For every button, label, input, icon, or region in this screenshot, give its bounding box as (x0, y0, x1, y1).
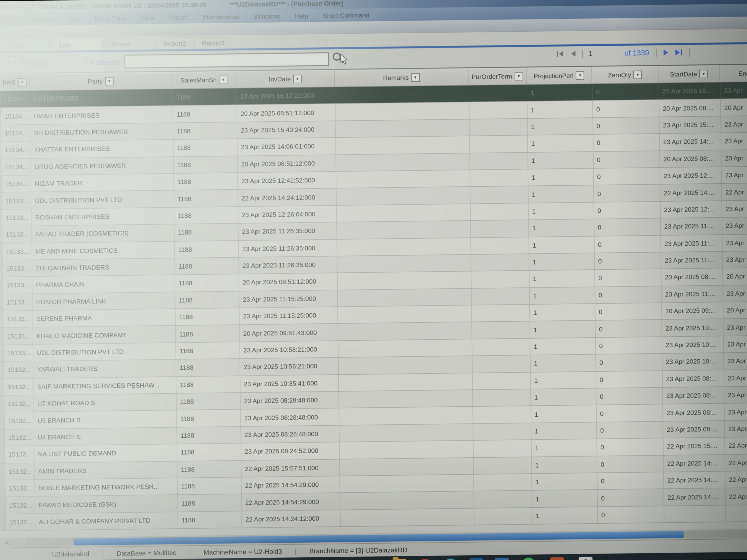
row-selector-gutter[interactable] (0, 413, 5, 429)
menu-basic-data[interactable]: Basic Data (94, 13, 127, 23)
cell-startdate: 23 Apr 2025 08:... (663, 421, 725, 438)
row-selector-gutter[interactable] (0, 379, 4, 395)
tab-list[interactable]: List (52, 38, 103, 51)
last-record-button[interactable] (674, 48, 684, 56)
cell-salesman: 1188 (173, 88, 237, 106)
taskbar-icon-calculator[interactable] (495, 558, 509, 560)
cell-salesman: 1188 (173, 105, 237, 122)
column-header-purorderterm[interactable]: PurOrderTerm▾ (468, 68, 526, 85)
menu-windows[interactable]: Windows (253, 11, 281, 21)
cell-invdate: 22 Apr 2025 14:24:12:000 (242, 510, 341, 528)
row-selector-gutter[interactable] (0, 463, 5, 480)
cell-startdate: 23 Apr 2025 11:... (661, 251, 723, 269)
menu-purchase[interactable]: Purchase (24, 14, 53, 24)
filter-dropdown-icon[interactable]: ▾ (219, 75, 227, 84)
cell-invsno: 15133... (3, 294, 33, 311)
cell-remarks (339, 390, 473, 408)
filter-dropdown-icon[interactable]: ▾ (411, 73, 419, 81)
row-selector-gutter[interactable] (0, 362, 4, 378)
row-selector-gutter[interactable] (0, 311, 3, 328)
cell-invdate: 23 Apr 2025 11:26:35:000 (239, 239, 337, 257)
column-header-party[interactable]: Party▾ (29, 72, 172, 90)
cell-party: SERENE PHARMA (33, 309, 176, 327)
search-field-name[interactable]: InvSno (25, 58, 49, 67)
menu-sale[interactable]: Sale (66, 14, 81, 23)
column-header-invs[interactable]: InvS▾ (0, 74, 30, 90)
row-selector-gutter[interactable] (0, 497, 6, 514)
menu-report[interactable]: Report (168, 12, 189, 22)
taskbar-icon-contacts[interactable] (579, 557, 593, 560)
tab-detail[interactable]: Detail (0, 39, 51, 51)
taskbar-icon-folder[interactable] (393, 559, 407, 560)
cell-startdate (664, 505, 726, 523)
row-selector-gutter[interactable] (0, 480, 5, 497)
next-record-button[interactable] (663, 48, 670, 56)
cell-salesman: 1188 (178, 495, 242, 511)
cell-projectionperi: 1 (530, 270, 595, 287)
column-header-invdate[interactable]: InvDate▾ (236, 70, 335, 88)
menu-short-command[interactable]: Short Command (322, 10, 370, 20)
scroll-left-arrow[interactable]: < (0, 539, 16, 547)
taskbar-icon-edge[interactable] (444, 559, 458, 560)
tab-report3[interactable]: Report3 (195, 37, 232, 49)
filter-dropdown-icon[interactable]: ▾ (515, 72, 523, 80)
filter-dropdown-icon[interactable]: ▾ (634, 70, 642, 79)
row-selector-gutter[interactable] (0, 396, 4, 412)
cell-purorderterm (472, 372, 531, 390)
column-header-end[interactable]: End▾ (720, 65, 747, 82)
column-header-label: PurOrderTerm (471, 73, 512, 80)
cell-salesman: 1188 (175, 241, 239, 258)
row-selector-gutter[interactable] (0, 345, 4, 362)
filter-dropdown-icon[interactable]: ▾ (18, 78, 26, 86)
taskbar-icon-whatsapp[interactable]: ☎ (522, 558, 536, 560)
column-header-startdate[interactable]: StartDate▾ (658, 65, 720, 83)
previous-record-button[interactable] (569, 49, 576, 57)
cell-startdate: 20 Apr 2025 08:... (661, 268, 723, 286)
cell-invdate: 22 Apr 2025 14:54:29:000 (241, 476, 340, 494)
filter-dropdown-icon[interactable]: ▾ (293, 75, 302, 83)
cell-invsno: 15134... (1, 158, 31, 175)
row-selector-gutter[interactable] (0, 277, 3, 294)
cell-remarks (336, 153, 470, 171)
menu-maintenance[interactable]: Maintenance (202, 12, 240, 22)
row-selector-gutter[interactable] (0, 260, 3, 277)
cell-invsno: 15133... (3, 328, 33, 345)
filter-dropdown-icon[interactable]: ▾ (105, 77, 113, 85)
menu-file[interactable]: File (0, 15, 11, 24)
current-record-number[interactable]: 1 (589, 49, 618, 57)
search-input[interactable] (124, 52, 329, 69)
cell-projectionperi: 1 (529, 253, 595, 270)
cell-remarks (336, 119, 470, 137)
taskbar-icon-chrome[interactable] (418, 559, 432, 560)
row-selector-gutter[interactable] (0, 226, 2, 243)
row-selector-gutter[interactable] (0, 430, 5, 446)
row-selector-gutter[interactable] (0, 210, 2, 226)
cell-invdate: 22 Apr 2025 14:24:12:000 (238, 189, 337, 206)
tab-report[interactable]: Report (104, 37, 155, 50)
taskbar-icon-outlook[interactable] (469, 558, 483, 560)
cell-party: KHATTAK ENTERPRISES (31, 140, 174, 158)
cell-party: NOBLE MARKETING NETWORK PESH... (35, 478, 178, 496)
menu-view[interactable]: View (139, 13, 155, 22)
first-record-button[interactable] (556, 50, 565, 57)
row-selector-gutter[interactable] (0, 294, 3, 311)
divider: | (688, 47, 691, 57)
column-header-salesmansn[interactable]: SalesManSn▾ (172, 71, 236, 89)
row-selector-gutter[interactable] (0, 446, 5, 463)
row-selector-gutter[interactable] (0, 243, 3, 260)
filter-dropdown-icon[interactable]: ▾ (699, 70, 708, 78)
search-action[interactable] (332, 51, 354, 68)
menu-help[interactable]: Help (294, 11, 309, 20)
taskbar-icon-mail[interactable] (550, 557, 564, 560)
column-header-remarks[interactable]: Remarks▾ (334, 68, 468, 86)
tab-report2[interactable]: Report2 (156, 37, 194, 50)
cell-purorderterm (471, 220, 529, 237)
chevron-down-icon[interactable]: ▾ (91, 59, 93, 65)
row-selector-gutter[interactable] (0, 328, 4, 345)
divider: | (581, 48, 584, 58)
column-header-zeroqty[interactable]: ZeroQty▾ (592, 66, 659, 83)
column-header-projectionperi[interactable]: ProjectionPeri▾ (526, 67, 592, 84)
row-selector-gutter[interactable] (0, 514, 6, 531)
filter-dropdown-icon[interactable]: ▾ (576, 71, 585, 79)
cell-remarks (336, 170, 470, 188)
